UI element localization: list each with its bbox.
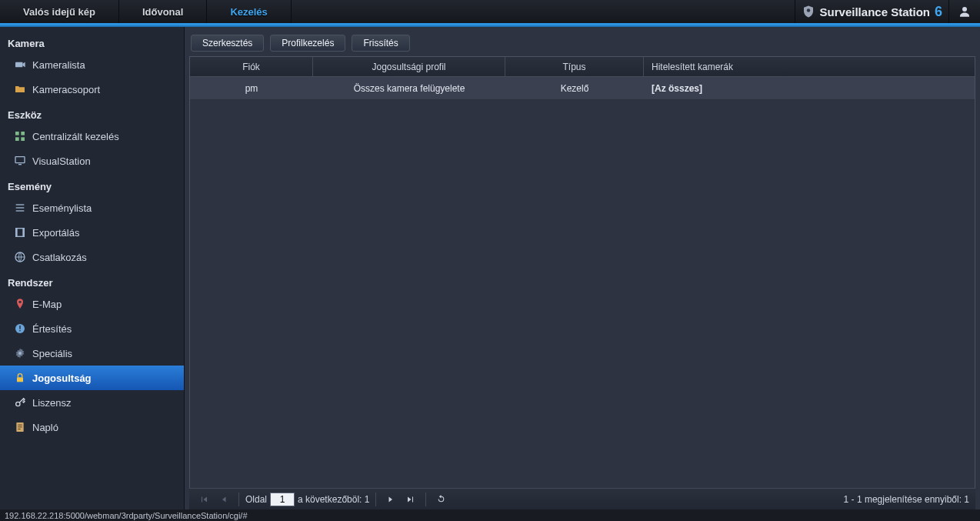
svg-rect-4 [15, 132, 19, 135]
svg-marker-3 [22, 62, 25, 68]
refresh-button[interactable]: Frissítés [352, 35, 409, 52]
sidebar-item-export[interactable]: Exportálás [0, 220, 184, 245]
shield-icon [802, 5, 815, 18]
svg-point-1 [962, 7, 967, 12]
sidebar-item-label: Kameracsoport [32, 84, 100, 95]
brand-version: 6 [935, 4, 942, 20]
sidebar-group-device: Eszköz [0, 102, 184, 124]
col-account[interactable]: Fiók [190, 57, 313, 76]
sidebar-item-label: Exportálás [32, 227, 79, 239]
sidebar-item-cameragroup[interactable]: Kameracsoport [0, 77, 184, 102]
page-summary: 1 - 1 megjelenítése ennyiből: 1 [844, 494, 969, 505]
sidebar-item-label: Napló [32, 422, 58, 433]
lock-icon [14, 372, 26, 384]
svg-rect-9 [18, 164, 22, 165]
grid-body: pm Összes kamera felügyelete Kezelő [Az … [190, 77, 975, 488]
sidebar-item-eventlist[interactable]: Eseménylista [0, 195, 184, 220]
page-prev[interactable] [215, 492, 232, 507]
sidebar-item-label: Jogosultság [32, 372, 92, 384]
svg-rect-8 [15, 157, 25, 163]
sidebar-item-label: Speciális [32, 348, 72, 359]
col-type[interactable]: Típus [505, 57, 644, 76]
pin-icon [14, 298, 26, 310]
nav-live[interactable]: Valós idejű kép [0, 0, 119, 23]
col-cameras[interactable]: Hitelesített kamerák [644, 57, 975, 76]
grid-header: Fiók Jogosultsági profil Típus Hitelesít… [190, 57, 975, 77]
col-profile[interactable]: Jogosultsági profil [313, 57, 505, 76]
sidebar-item-visualstation[interactable]: VisualStation [0, 149, 184, 173]
svg-rect-20 [19, 330, 20, 331]
camera-icon [14, 58, 26, 71]
toolbar: Szerkesztés Profilkezelés Frissítés [189, 32, 975, 56]
page-reload[interactable] [432, 492, 449, 507]
alert-icon [14, 322, 26, 335]
svg-point-0 [806, 8, 810, 12]
key-icon [14, 396, 26, 409]
sidebar-item-central[interactable]: Centralizált kezelés [0, 124, 184, 149]
cell-cameras: [Az összes] [644, 77, 975, 99]
sidebar-item-label: E-Map [32, 299, 62, 310]
sidebar-item-label: Centralizált kezelés [32, 131, 119, 142]
svg-rect-15 [22, 229, 24, 237]
svg-rect-14 [16, 229, 18, 237]
svg-rect-6 [15, 137, 19, 141]
sidebar-item-label: Csatlakozás [32, 252, 87, 263]
page-label: Oldal [245, 494, 267, 505]
sidebar-item-label: VisualStation [32, 155, 91, 167]
pager: Oldal a következőböl: 1 1 - 1 megjelenít… [189, 488, 975, 509]
sidebar-item-special[interactable]: Speciális [0, 341, 184, 366]
page-input[interactable] [270, 493, 295, 506]
svg-point-23 [16, 402, 20, 406]
globe-icon [14, 251, 26, 263]
nav-manage[interactable]: Kezelés [207, 0, 291, 23]
table-row[interactable]: pm Összes kamera felügyelete Kezelő [Az … [190, 77, 975, 100]
cell-profile: Összes kamera felügyelete [313, 77, 505, 99]
sidebar-item-label: Eseménylista [32, 202, 92, 214]
svg-rect-2 [15, 62, 22, 68]
svg-rect-5 [21, 132, 25, 135]
cell-type: Kezelő [505, 77, 644, 99]
svg-rect-26 [18, 426, 22, 427]
data-grid: Fiók Jogosultsági profil Típus Hitelesít… [189, 56, 975, 488]
sidebar-item-log[interactable]: Napló [0, 415, 184, 439]
svg-rect-10 [16, 204, 25, 205]
page-of: a következőböl: 1 [298, 494, 369, 505]
page-last[interactable] [402, 492, 419, 507]
edit-button[interactable]: Szerkesztés [191, 35, 264, 52]
svg-point-17 [18, 301, 21, 303]
log-icon [14, 421, 26, 433]
sidebar-item-license[interactable]: Liszensz [0, 390, 184, 415]
svg-rect-22 [17, 377, 23, 382]
brand-name: Surveillance Station [820, 5, 930, 18]
page-next[interactable] [382, 492, 399, 507]
list-icon [14, 202, 26, 214]
svg-rect-11 [16, 207, 25, 208]
folder-icon [14, 83, 26, 95]
sidebar-group-event: Esemény [0, 173, 184, 195]
user-menu[interactable] [949, 0, 980, 23]
profile-button[interactable]: Profilkezelés [270, 35, 345, 52]
svg-rect-25 [18, 425, 22, 426]
sidebar-item-label: Liszensz [32, 397, 72, 409]
sidebar-group-camera: Kamera [0, 30, 184, 52]
status-text: 192.168.22.218:5000/webman/3rdparty/Surv… [5, 511, 248, 520]
film-icon [14, 226, 26, 239]
sidebar-item-label: Kameralista [32, 59, 85, 71]
content-panel: Szerkesztés Profilkezelés Frissítés Fiók… [185, 27, 980, 509]
sidebar-item-connect[interactable]: Csatlakozás [0, 245, 184, 269]
grid-icon [14, 130, 26, 142]
brand: Surveillance Station 6 [795, 0, 949, 23]
top-bar: Valós idejű kép Idővonal Kezelés Surveil… [0, 0, 980, 25]
top-nav: Valós idejű kép Idővonal Kezelés [0, 0, 292, 23]
sidebar-item-emap[interactable]: E-Map [0, 292, 184, 316]
sidebar: Kamera Kameralista Kameracsoport Eszköz … [0, 27, 185, 509]
monitor-icon [14, 155, 26, 167]
sidebar-item-cameralist[interactable]: Kameralista [0, 52, 184, 77]
svg-rect-7 [21, 137, 25, 141]
sidebar-group-system: Rendszer [0, 269, 184, 292]
page-first[interactable] [195, 492, 212, 507]
sidebar-item-notify[interactable]: Értesítés [0, 316, 184, 341]
sidebar-item-privilege[interactable]: Jogosultság [0, 366, 184, 390]
svg-rect-27 [18, 429, 20, 429]
nav-timeline[interactable]: Idővonal [119, 0, 207, 23]
